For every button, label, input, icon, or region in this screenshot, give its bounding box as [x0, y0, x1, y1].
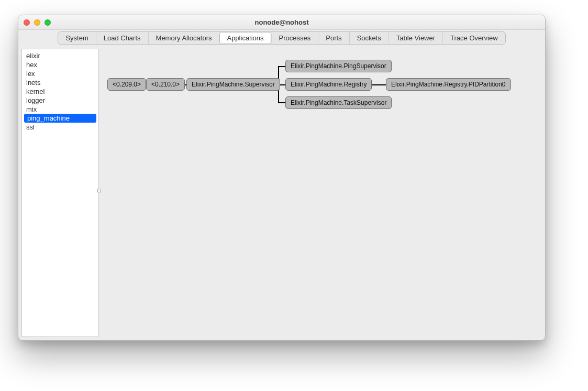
tab-load-charts[interactable]: Load Charts [96, 32, 149, 44]
minimize-icon[interactable] [34, 19, 40, 26]
sidebar-item-inets[interactable]: inets [22, 78, 98, 87]
application-list[interactable]: elixirhexiexinetskernelloggermixping_mac… [21, 49, 99, 337]
sidebar-item-iex[interactable]: iex [22, 69, 98, 78]
window-title: nonode@nohost [255, 18, 309, 26]
supervision-tree[interactable]: <0.209.0> <0.210.0> Elixir.PingMachine.S… [102, 49, 542, 337]
sidebar-item-ping_machine[interactable]: ping_machine [24, 114, 96, 123]
observer-window: nonode@nohost SystemLoad ChartsMemory Al… [18, 15, 546, 341]
node-label: Elixir.PingMachine.Registry [291, 81, 367, 88]
child-node-task-supervisor[interactable]: Elixir.PingMachine.TaskSupervisor [285, 96, 392, 109]
sidebar-item-logger[interactable]: logger [22, 96, 98, 105]
tab-memory-allocators[interactable]: Memory Allocators [149, 32, 220, 44]
child-node-registry-partition0[interactable]: Elixir.PingMachine.Registry.PIDPartition… [386, 78, 511, 91]
process-node-pid-0-209-0[interactable]: <0.209.0> [107, 78, 146, 91]
tabbar: SystemLoad ChartsMemory AllocatorsApplic… [18, 30, 545, 46]
sidebar-item-mix[interactable]: mix [22, 105, 98, 114]
tab-trace-overview[interactable]: Trace Overview [443, 32, 505, 44]
tab-system[interactable]: System [58, 32, 96, 44]
tab-applications[interactable]: Applications [219, 32, 271, 44]
splitter-handle[interactable] [97, 189, 101, 192]
node-label: <0.210.0> [151, 81, 180, 88]
close-icon[interactable] [24, 19, 30, 26]
child-node-ping-supervisor[interactable]: Elixir.PingMachine.PingSupervisor [285, 60, 392, 72]
tab-table-viewer[interactable]: Table Viewer [389, 32, 443, 44]
process-node-pid-0-210-0[interactable]: <0.210.0> [146, 78, 185, 91]
supervisor-node-ping-machine[interactable]: Elixir.PingMachine.Supervisor [186, 78, 280, 91]
sidebar-item-hex[interactable]: hex [22, 60, 98, 69]
titlebar: nonode@nohost [18, 15, 545, 30]
sidebar-item-elixir[interactable]: elixir [22, 51, 98, 60]
node-label: Elixir.PingMachine.TaskSupervisor [291, 99, 386, 106]
sidebar-item-ssl[interactable]: ssl [22, 123, 98, 132]
tab-sockets[interactable]: Sockets [350, 32, 389, 44]
maximize-icon[interactable] [45, 19, 51, 26]
child-node-registry[interactable]: Elixir.PingMachine.Registry [285, 78, 372, 91]
node-label: Elixir.PingMachine.Supervisor [192, 81, 275, 88]
node-label: <0.209.0> [113, 81, 141, 88]
tab-ports[interactable]: Ports [318, 32, 349, 44]
node-label: Elixir.PingMachine.PingSupervisor [291, 62, 386, 70]
sidebar-item-kernel[interactable]: kernel [22, 87, 98, 96]
node-label: Elixir.PingMachine.Registry.PIDPartition… [391, 81, 506, 88]
tab-processes[interactable]: Processes [272, 32, 319, 44]
